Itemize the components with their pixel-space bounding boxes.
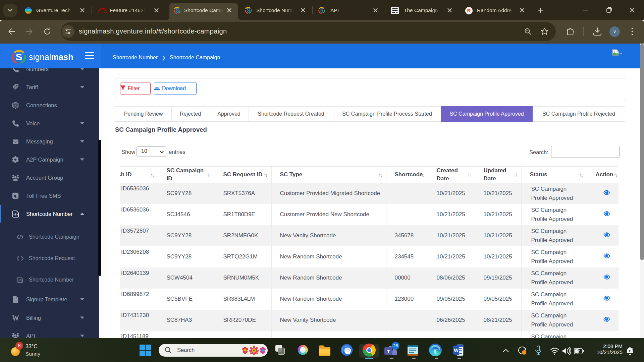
svg-text:R: R <box>467 8 471 13</box>
svg-text:W: W <box>454 348 459 353</box>
svg-text:</>: </> <box>18 279 22 282</box>
svg-text:</>: </> <box>13 213 17 216</box>
svg-text:S: S <box>15 51 22 62</box>
svg-text:T: T <box>387 349 390 354</box>
svg-text:z: z <box>632 347 633 350</box>
svg-text:z: z <box>629 349 631 353</box>
